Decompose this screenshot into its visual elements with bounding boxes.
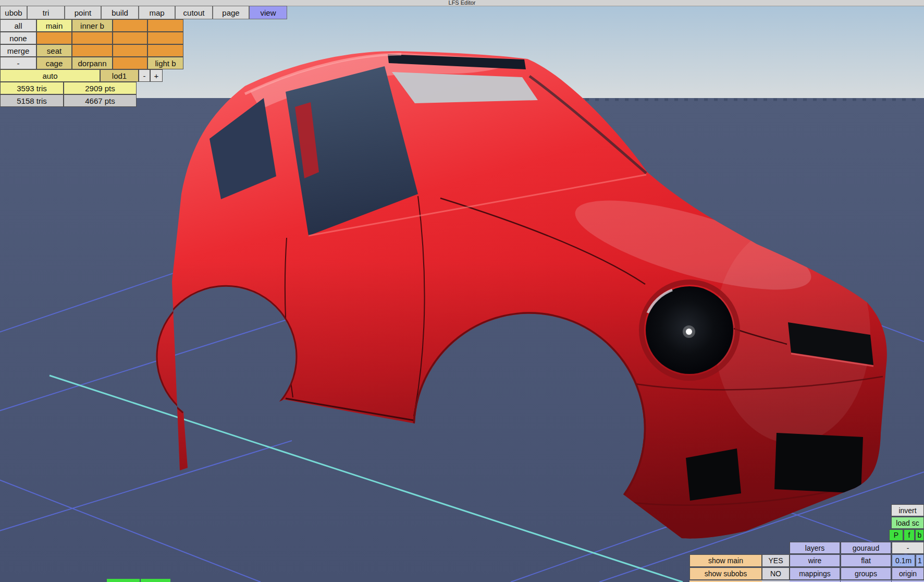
shading-minus-button[interactable]: - <box>892 542 924 554</box>
show-main-label[interactable]: show main <box>689 554 762 567</box>
sel-cell-empty[interactable] <box>147 32 183 44</box>
lod-plus-button[interactable]: + <box>150 69 163 82</box>
sel-btn-minus[interactable]: - <box>0 57 36 69</box>
menu-tab-map[interactable]: map <box>139 6 175 19</box>
viewport-3d[interactable] <box>0 0 924 582</box>
sel-cell-empty[interactable] <box>113 57 147 69</box>
sel-btn-none[interactable]: none <box>0 32 36 44</box>
sel-btn-inner-b[interactable]: inner b <box>72 19 113 32</box>
groups-button[interactable]: groups <box>841 567 891 580</box>
main-menu: ubob tri point build map cutout page vie… <box>0 6 287 19</box>
menu-tab-view[interactable]: view <box>249 6 287 19</box>
sel-btn-light-b[interactable]: light b <box>147 57 183 69</box>
stat-total-tris: 5158 tris <box>0 94 64 107</box>
lod-minus-button[interactable]: - <box>139 69 150 82</box>
subobject-panel: all main inner b none merge seat - cage … <box>0 19 183 69</box>
lod-auto-button[interactable]: auto <box>0 69 100 82</box>
stat-current-points: 2909 pts <box>64 82 137 94</box>
show-subobs-toggle[interactable]: NO <box>762 567 790 580</box>
sel-cell-empty[interactable] <box>36 32 72 44</box>
load-script-button[interactable]: load sc <box>891 517 924 529</box>
stats-total: 5158 tris 4667 pts <box>0 94 137 107</box>
flat-button[interactable]: flat <box>841 554 891 567</box>
sel-btn-seat[interactable]: seat <box>36 44 72 57</box>
stat-current-tris: 3593 tris <box>0 82 64 94</box>
sel-btn-merge[interactable]: merge <box>0 44 36 57</box>
stats-current: 3593 tris 2909 pts <box>0 82 137 94</box>
grid-size-suffix[interactable]: 1 <box>916 554 924 567</box>
lod-bar: auto lod1 - + <box>0 69 163 82</box>
gouraud-button[interactable]: gouraud <box>841 542 891 554</box>
menu-tab-cutout[interactable]: cutout <box>175 6 213 19</box>
lod1-button[interactable]: lod1 <box>100 69 139 82</box>
b-button[interactable]: b <box>915 529 924 541</box>
menu-tab-subob[interactable]: ubob <box>0 6 27 19</box>
menu-tab-point[interactable]: point <box>65 6 101 19</box>
show-subobs-label[interactable]: show subobs <box>689 567 762 580</box>
sel-cell-empty[interactable] <box>113 19 147 32</box>
layers-button[interactable]: layers <box>790 542 840 554</box>
lfs-editor-window: LFS Editor ubob tri point build map cuto… <box>0 0 924 582</box>
sel-btn-main[interactable]: main <box>36 19 72 32</box>
wire-button[interactable]: wire <box>790 554 840 567</box>
origin-button[interactable]: origin <box>892 567 924 580</box>
menu-tab-page[interactable]: page <box>213 6 249 19</box>
mappings-button[interactable]: mappings <box>790 567 840 580</box>
sel-cell-empty[interactable] <box>72 32 113 44</box>
bumper-intake <box>774 433 863 493</box>
grid-size-button[interactable]: 0.1m <box>892 554 915 567</box>
sel-cell-empty[interactable] <box>72 44 113 57</box>
sel-btn-cage[interactable]: cage <box>36 57 72 69</box>
partial-button <box>141 579 170 582</box>
f-button[interactable]: f <box>904 529 915 541</box>
sel-cell-empty[interactable] <box>147 44 183 57</box>
sel-btn-dorpann[interactable]: dorpann <box>72 57 113 69</box>
sel-cell-empty[interactable] <box>147 19 183 32</box>
invert-button[interactable]: invert <box>891 504 924 516</box>
stat-total-points: 4667 pts <box>64 94 137 107</box>
sel-cell-empty[interactable] <box>113 44 147 57</box>
window-title: LFS Editor <box>449 0 476 6</box>
partial-button <box>107 579 140 582</box>
p-button[interactable]: P <box>889 529 903 541</box>
menu-tab-build[interactable]: build <box>101 6 139 19</box>
headlight-specular <box>686 329 692 335</box>
sel-btn-all[interactable]: all <box>0 19 36 32</box>
sel-cell-empty[interactable] <box>113 32 147 44</box>
menu-tab-tri[interactable]: tri <box>27 6 65 19</box>
show-main-toggle[interactable]: YES <box>762 554 790 567</box>
